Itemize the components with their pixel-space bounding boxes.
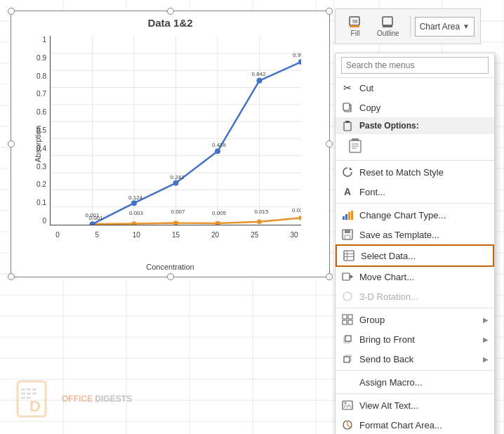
handle-mid-right[interactable] [326, 140, 333, 147]
menu-item-change-chart-type[interactable]: Change Chart Type... [336, 205, 494, 225]
3d-rotation-label: 3-D Rotation... [359, 291, 418, 302]
menu-item-copy[interactable]: Copy [336, 98, 494, 117]
svg-rect-90 [344, 251, 354, 261]
svg-rect-84 [345, 214, 347, 220]
menu-item-reset-style[interactable]: Reset to Match Style [336, 162, 494, 182]
svg-point-53 [215, 148, 220, 154]
menu-item-paste-options-header: Paste Options: [336, 117, 494, 134]
3d-rotation-icon [341, 290, 354, 303]
separator-1 [336, 160, 494, 161]
svg-rect-93 [347, 251, 347, 261]
menu-item-group[interactable]: Group ▶ [336, 310, 494, 329]
svg-text:0.005: 0.005 [212, 210, 226, 216]
menu-item-save-template[interactable]: Save as Template... [336, 225, 494, 244]
copy-icon [341, 101, 354, 114]
bring-front-label: Bring to Front [359, 334, 415, 345]
svg-point-106 [344, 402, 347, 405]
select-data-label: Select Data... [361, 251, 416, 261]
search-input[interactable] [341, 57, 489, 74]
svg-rect-89 [345, 235, 350, 239]
svg-text:0.034: 0.034 [292, 207, 301, 213]
svg-text:0.124: 0.124 [128, 195, 142, 201]
menu-item-assign-macro[interactable]: Assign Macro... [336, 372, 494, 392]
svg-rect-116 [32, 388, 37, 390]
assign-macro-icon [341, 376, 354, 388]
handle-mid-left[interactable] [8, 140, 15, 147]
x-axis-ticks: 0 5 10 15 20 25 30 [51, 231, 301, 239]
separator-2 [336, 203, 494, 204]
svg-rect-117 [32, 393, 37, 395]
chart-area-dropdown[interactable]: Chart Area ▼ [415, 17, 475, 37]
fill-button[interactable]: fill Fill [341, 12, 369, 41]
y-tick-06: 0.6 [24, 108, 46, 116]
handle-top-center[interactable] [167, 8, 174, 15]
handle-bottom-right[interactable] [326, 273, 333, 280]
svg-rect-46 [174, 221, 178, 225]
watermark-icon: D [14, 378, 56, 420]
select-data-icon [343, 249, 355, 262]
separator-4 [336, 370, 494, 371]
svg-rect-83 [343, 216, 345, 220]
group-icon [341, 313, 354, 326]
y-tick-08: 0.8 [24, 72, 46, 80]
watermark-digests: DIGESTS [93, 394, 132, 404]
copy-label: Copy [359, 103, 380, 113]
menu-item-format-chart-area[interactable]: Format Chart Area... [336, 415, 494, 434]
menu-item-cut[interactable]: ✂ Cut [336, 78, 494, 98]
menu-item-move-chart[interactable]: Move Chart... [336, 267, 494, 287]
handle-top-right[interactable] [326, 8, 333, 15]
font-icon: A [341, 185, 354, 198]
svg-text:fill: fill [352, 18, 358, 25]
svg-text:0.242: 0.242 [171, 174, 185, 180]
svg-rect-98 [348, 315, 352, 319]
outline-button[interactable]: Outline [371, 12, 406, 41]
handle-top-left[interactable] [8, 8, 15, 15]
fill-icon: fill [347, 15, 363, 29]
separator-3 [336, 308, 494, 308]
svg-rect-74 [343, 103, 350, 110]
svg-text:0.007: 0.007 [171, 209, 185, 216]
menu-item-font[interactable]: A Font... [336, 182, 494, 202]
handle-bottom-center[interactable] [167, 273, 174, 280]
search-box-container [336, 53, 494, 78]
svg-text:0.951: 0.951 [293, 52, 301, 58]
svg-rect-114 [27, 393, 31, 395]
y-tick-03: 0.3 [24, 163, 46, 171]
y-tick-02: 0.2 [24, 180, 46, 188]
view-alt-text-label: View Alt Text... [359, 400, 418, 411]
menu-item-select-data[interactable]: Select Data... [336, 244, 494, 267]
send-back-icon [341, 353, 354, 365]
svg-rect-102 [345, 336, 351, 341]
menu-item-3d-rotation[interactable]: 3-D Rotation... [336, 287, 494, 306]
reset-style-icon [341, 166, 354, 178]
x-tick-10: 10 [129, 231, 143, 239]
svg-point-51 [131, 200, 137, 206]
menu-item-view-alt-text[interactable]: View Alt Text... [336, 395, 494, 415]
x-tick-0: 0 [51, 231, 65, 239]
toolbar-divider [410, 16, 411, 37]
view-alt-text-icon [341, 399, 354, 412]
svg-rect-99 [343, 320, 347, 324]
menu-item-bring-front[interactable]: Bring to Front ▶ [336, 329, 494, 349]
fill-label: Fill [351, 29, 360, 37]
cut-icon: ✂ [341, 81, 354, 94]
svg-point-54 [257, 78, 263, 84]
svg-point-52 [173, 180, 179, 186]
bring-front-icon [341, 333, 354, 346]
handle-bottom-left[interactable] [8, 273, 15, 280]
svg-rect-72 [383, 25, 392, 27]
y-tick-09: 0.9 [24, 54, 46, 62]
svg-text:0.001: 0.001 [86, 212, 100, 218]
x-tick-15: 15 [168, 231, 183, 239]
x-tick-30: 30 [287, 231, 301, 239]
save-template-label: Save as Template... [359, 230, 439, 240]
menu-item-paste-icon[interactable] [336, 134, 494, 159]
chart-container: Data 1&2 Absorption Concentration 0 0.1 … [11, 11, 330, 277]
group-label: Group [359, 315, 385, 325]
menu-item-send-back[interactable]: Send to Back ▶ [336, 349, 494, 369]
svg-rect-76 [344, 122, 351, 131]
send-back-arrow: ▶ [483, 355, 489, 363]
svg-rect-47 [215, 221, 220, 225]
svg-rect-94 [343, 273, 350, 280]
y-tick-07: 0.7 [24, 90, 46, 98]
